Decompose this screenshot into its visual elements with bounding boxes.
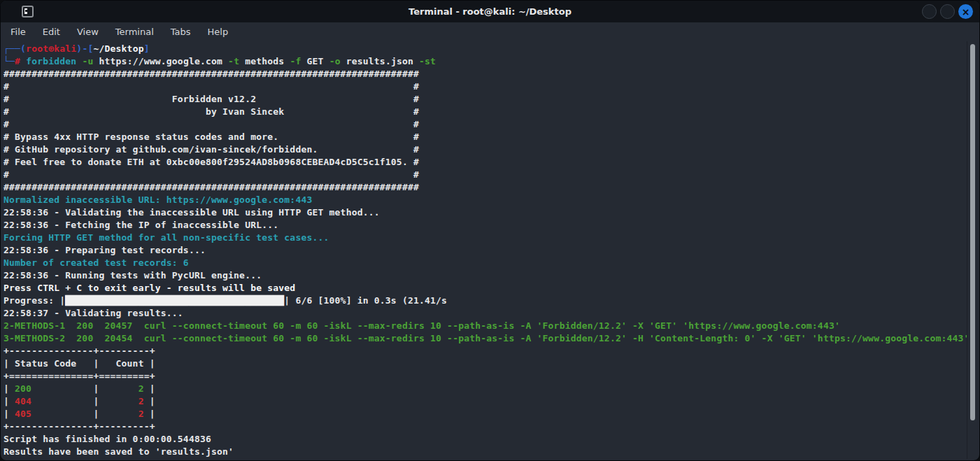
close-button[interactable]: × <box>958 4 973 19</box>
terminal-line: Progress: |█████████████████████████████… <box>3 295 979 307</box>
terminal-line: | 405 | 2 | <box>3 408 979 420</box>
terminal-line: 22:58:36 - Fetching the IP of inaccessib… <box>3 219 979 232</box>
terminal-line: # GitHub repository at github.com/ivan-s… <box>3 143 979 156</box>
terminal-line: 22:58:36 - Validating the inaccessible U… <box>3 206 979 219</box>
terminal-window: Terminal - root@kali: ~/Desktop × File E… <box>0 0 980 461</box>
terminal-line: Results have been saved to 'results.json… <box>3 446 979 458</box>
terminal-line: +===============+=========+ <box>3 370 979 383</box>
window-controls: × <box>922 4 973 19</box>
terminal-line: +---------------+---------+ <box>3 345 979 357</box>
menu-item-file[interactable]: File <box>2 24 34 40</box>
terminal-line: Press CTRL + C to exit early - results w… <box>3 282 979 295</box>
terminal-line: 22:58:36 - Running tests with PycURL eng… <box>3 269 979 282</box>
minimize-button[interactable] <box>922 4 937 19</box>
terminal-line: # # <box>3 118 979 131</box>
terminal-line: # Bypass 4xx HTTP response status codes … <box>3 131 979 143</box>
terminal-line: +---------------+---------+ <box>3 420 979 433</box>
terminal-line: # # <box>3 80 979 93</box>
terminal-line: | 404 | 2 | <box>3 395 979 408</box>
menu-item-view[interactable]: View <box>69 24 107 40</box>
terminal-line: ########################################… <box>3 68 979 80</box>
terminal-line: # Forbidden v12.2 # <box>3 93 979 106</box>
menu-item-help[interactable]: Help <box>199 24 237 40</box>
window-title: Terminal - root@kali: ~/Desktop <box>1 1 979 22</box>
menu-item-edit[interactable]: Edit <box>34 24 69 40</box>
terminal-line: Normalized inaccessible URL: https://www… <box>3 194 979 206</box>
maximize-button[interactable] <box>940 4 955 19</box>
terminal-line: | Status Code | Count | <box>3 357 979 370</box>
menu-bar: File Edit View Terminal Tabs Help <box>1 22 979 41</box>
terminal-line: └─# forbidden -u https://www.google.com … <box>3 55 979 68</box>
terminal-line: 3-METHODS-2 200 20454 curl --connect-tim… <box>3 332 979 345</box>
scrollbar-thumb[interactable] <box>970 44 975 420</box>
terminal-line: ┌──(root⊕kali)-[~/Desktop] <box>3 43 979 55</box>
menu-item-tabs[interactable]: Tabs <box>162 24 199 40</box>
terminal-line: 2-METHODS-1 200 20457 curl --connect-tim… <box>3 320 979 332</box>
title-bar: Terminal - root@kali: ~/Desktop × <box>1 1 979 22</box>
terminal-line: # # <box>3 169 979 181</box>
terminal-line: Script has finished in 0:00:00.544836 <box>3 433 979 446</box>
terminal-screen[interactable]: ┌──(root⊕kali)-[~/Desktop]└─# forbidden … <box>1 41 979 458</box>
terminal-line: Forcing HTTP GET method for all non-spec… <box>3 232 979 244</box>
terminal-line: Number of created test records: 6 <box>3 257 979 269</box>
terminal-line: # Feel free to donate ETH at 0xbc00e800f… <box>3 156 979 169</box>
terminal-line: # by Ivan Sincek # <box>3 106 979 118</box>
menu-item-terminal[interactable]: Terminal <box>107 24 162 40</box>
close-icon: × <box>962 7 970 17</box>
terminal-line: 22:58:36 - Preparing test records... <box>3 244 979 257</box>
terminal-line: | 200 | 2 | <box>3 383 979 395</box>
terminal-line: ########################################… <box>3 181 979 194</box>
terminal-line: 22:58:37 - Validating results... <box>3 307 979 320</box>
